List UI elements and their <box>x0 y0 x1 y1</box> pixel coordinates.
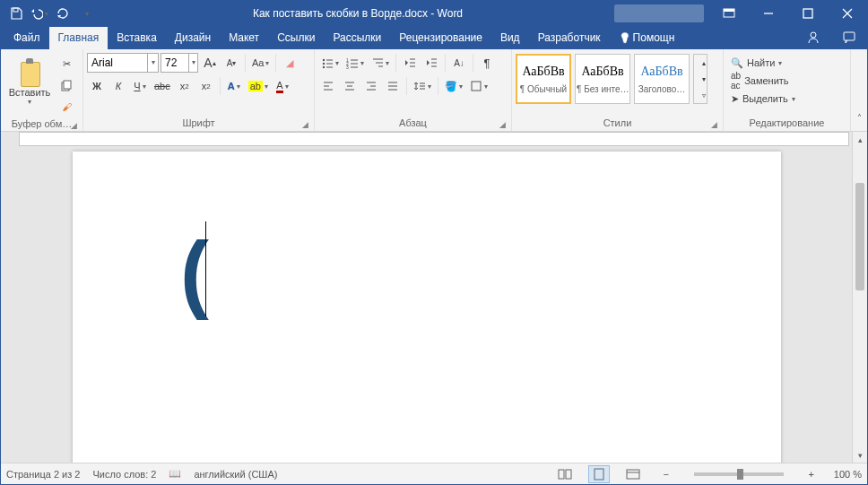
underline-button[interactable]: Ч <box>130 76 150 96</box>
maximize-button[interactable] <box>788 1 828 26</box>
style-heading1[interactable]: АаБбВв Заголово… <box>634 54 690 104</box>
eraser-icon: ◢ <box>286 57 293 69</box>
bold-button[interactable]: Ж <box>87 76 107 96</box>
borders-button[interactable] <box>467 76 490 96</box>
svg-rect-2 <box>724 9 734 12</box>
ribbon-display-options[interactable] <box>709 1 749 26</box>
decrease-indent-button[interactable] <box>400 53 420 73</box>
scroll-thumb[interactable] <box>855 183 864 290</box>
tab-home[interactable]: Главная <box>49 27 108 49</box>
align-right-button[interactable] <box>361 76 381 96</box>
dialog-launcher-icon[interactable]: ◢ <box>71 121 77 130</box>
web-layout-button[interactable] <box>622 465 644 483</box>
svg-rect-4 <box>803 9 812 18</box>
svg-point-7 <box>811 32 816 38</box>
vertical-scrollbar[interactable]: ▴ ▾ <box>852 132 867 463</box>
tab-developer[interactable]: Разработчик <box>529 27 610 49</box>
close-button[interactable] <box>828 1 867 26</box>
style-no-spacing[interactable]: АаБбВв ¶ Без инте… <box>575 54 630 104</box>
tab-review[interactable]: Рецензирование <box>390 27 491 49</box>
cursor-icon: ➤ <box>731 93 739 105</box>
status-words[interactable]: Число слов: 2 <box>92 469 156 480</box>
account-area[interactable] <box>614 4 704 22</box>
dialog-launcher-icon[interactable]: ◢ <box>711 120 717 129</box>
read-mode-button[interactable] <box>554 465 576 483</box>
paste-button[interactable]: Вставить ▾ <box>4 52 55 111</box>
tab-layout[interactable]: Макет <box>220 27 268 49</box>
font-color-button[interactable]: A <box>273 76 292 96</box>
scissors-icon: ✂ <box>63 58 71 70</box>
align-left-button[interactable] <box>318 76 338 96</box>
italic-button[interactable]: К <box>108 76 128 96</box>
show-marks-button[interactable]: ¶ <box>477 53 497 73</box>
zoom-in-button[interactable]: + <box>802 464 821 484</box>
scroll-down-button[interactable]: ▾ <box>853 447 867 463</box>
document-area[interactable]: ( ▴ ▾ <box>1 132 867 463</box>
tab-view[interactable]: Вид <box>491 27 529 49</box>
strikethrough-button[interactable]: abc <box>152 76 173 96</box>
styles-expand[interactable]: ▿ <box>694 87 714 103</box>
sort-button[interactable]: A↓ <box>449 53 469 73</box>
horizontal-ruler[interactable] <box>19 132 849 146</box>
highlight-button[interactable]: ab <box>246 76 271 96</box>
font-name-input[interactable] <box>88 56 147 69</box>
font-name-combo[interactable]: ▾ <box>87 53 159 73</box>
clipboard-group-label: Буфер обм…◢ <box>4 117 79 132</box>
clear-formatting-button[interactable]: ◢ <box>280 53 299 73</box>
style-normal[interactable]: АаБбВв ¶ Обычный <box>516 54 571 104</box>
dialog-launcher-icon[interactable]: ◢ <box>499 120 506 129</box>
superscript-button[interactable]: x2 <box>196 76 216 96</box>
grow-font-button[interactable]: A▴ <box>200 53 220 73</box>
styles-scroll-up[interactable]: ▴ <box>694 55 714 71</box>
page[interactable]: ( <box>73 152 781 463</box>
tab-design[interactable]: Дизайн <box>166 27 220 49</box>
copy-button[interactable] <box>56 75 76 95</box>
increase-indent-button[interactable] <box>421 53 441 73</box>
zoom-thumb[interactable] <box>737 469 743 480</box>
cut-button[interactable]: ✂ <box>56 54 76 74</box>
dialog-launcher-icon[interactable]: ◢ <box>302 120 308 129</box>
format-painter-button[interactable]: 🖌 <box>56 97 76 117</box>
font-group-label: Шрифт◢ <box>87 116 310 131</box>
status-page[interactable]: Страница 2 из 2 <box>6 469 80 480</box>
styles-scroll-down[interactable]: ▾ <box>694 71 714 87</box>
proofing-icon[interactable]: 📖 <box>169 468 181 480</box>
bullets-button[interactable] <box>318 53 342 73</box>
print-layout-button[interactable] <box>588 465 610 483</box>
text-effects-button[interactable]: A <box>224 76 244 96</box>
tab-mailings[interactable]: Рассылки <box>324 27 390 49</box>
status-language[interactable]: английский (США) <box>194 469 277 480</box>
undo-button[interactable] <box>30 4 49 23</box>
tab-file[interactable]: Файл <box>4 27 49 49</box>
redo-button[interactable] <box>53 4 73 23</box>
multilevel-list-button[interactable] <box>369 53 392 73</box>
share-button[interactable] <box>795 26 831 49</box>
zoom-out-button[interactable]: − <box>656 464 676 484</box>
comments-button[interactable] <box>831 26 867 49</box>
tab-references[interactable]: Ссылки <box>268 27 324 49</box>
font-size-combo[interactable]: ▾ <box>161 53 198 73</box>
justify-button[interactable] <box>383 76 403 96</box>
font-size-input[interactable] <box>161 56 188 69</box>
minimize-button[interactable] <box>749 1 788 26</box>
replace-button[interactable]: abacЗаменить <box>727 72 846 90</box>
line-spacing-button[interactable] <box>411 76 434 96</box>
replace-icon: abac <box>731 71 741 91</box>
tell-me[interactable]: Помощн <box>610 27 684 49</box>
numbering-button[interactable]: 123 <box>343 53 367 73</box>
qat-customize[interactable] <box>76 4 96 23</box>
collapse-ribbon-button[interactable]: ˄ <box>849 108 868 127</box>
change-case-button[interactable]: Aa <box>249 53 272 73</box>
shading-button[interactable]: 🪣 <box>442 76 465 96</box>
subscript-button[interactable]: x2 <box>175 76 195 96</box>
shrink-font-button[interactable]: A▾ <box>221 53 241 73</box>
svg-rect-47 <box>472 82 481 91</box>
tab-insert[interactable]: Вставка <box>108 27 166 49</box>
zoom-slider[interactable] <box>694 472 784 476</box>
select-button[interactable]: ➤Выделить ▾ <box>727 90 846 108</box>
scroll-up-button[interactable]: ▴ <box>853 132 867 147</box>
zoom-level[interactable]: 100 % <box>834 469 862 480</box>
find-button[interactable]: 🔍Найти ▾ <box>727 54 846 72</box>
align-center-button[interactable] <box>340 76 360 96</box>
save-icon[interactable] <box>6 4 26 23</box>
